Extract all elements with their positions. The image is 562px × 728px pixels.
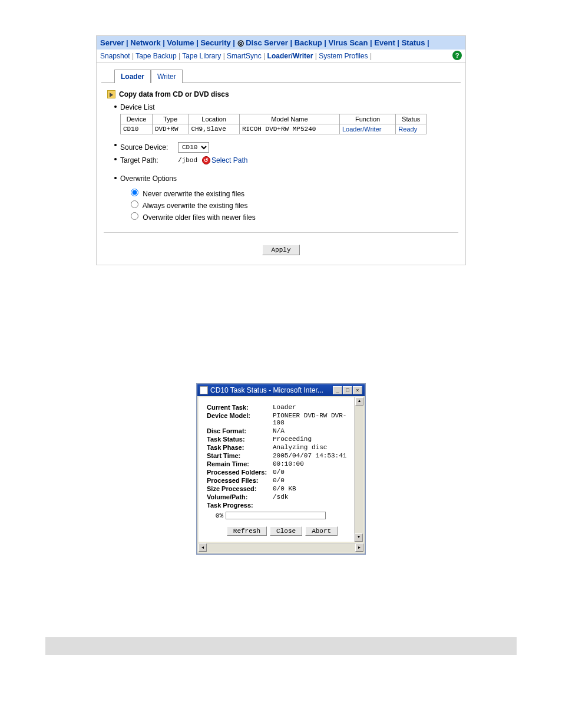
- lbl-disc-format: Disc Format:: [207, 427, 273, 434]
- source-device-select[interactable]: CD10: [178, 142, 209, 153]
- tab-loader[interactable]: Loader: [114, 70, 151, 83]
- window-title: CD10 Task Status - Microsoft Inter...: [210, 386, 330, 394]
- scroll-up-icon[interactable]: ▴: [355, 397, 363, 406]
- val-processed-folders: 0/0: [273, 469, 285, 476]
- abort-button[interactable]: Abort: [305, 526, 338, 536]
- ie-icon: [200, 386, 208, 394]
- status-body: ▴ ▾ Current Task:Loader Device Model:PIO…: [199, 397, 363, 542]
- divider: [104, 232, 458, 233]
- th-model: Model Name: [239, 114, 339, 124]
- radio-never-overwrite[interactable]: [131, 189, 138, 196]
- close-button[interactable]: ×: [353, 386, 362, 394]
- tabs: LoaderWriter: [114, 69, 465, 83]
- titlebar: CD10 Task Status - Microsoft Inter... _ …: [197, 384, 365, 396]
- nav-network[interactable]: Network: [130, 38, 160, 47]
- vertical-scrollbar[interactable]: ▴ ▾: [354, 397, 363, 542]
- tab-writer[interactable]: Writer: [151, 70, 183, 83]
- th-type: Type: [152, 114, 188, 124]
- cell-device: CD10: [121, 124, 153, 134]
- progress-bar: [226, 512, 326, 519]
- val-size-processed: 0/0 KB: [273, 485, 296, 492]
- val-volume-path: /sdk: [273, 493, 288, 500]
- radio-never-label: Never overwrite the existing files: [143, 190, 244, 198]
- subnav-loader-writer[interactable]: Loader/Writer: [267, 52, 313, 60]
- nav-disc-server[interactable]: Disc Server: [246, 38, 288, 47]
- lbl-size-processed: Size Processed:: [207, 485, 273, 492]
- nav-volume[interactable]: Volume: [167, 38, 194, 47]
- minimize-button[interactable]: _: [333, 386, 342, 394]
- val-remain-time: 00:10:00: [273, 460, 304, 467]
- nav-security[interactable]: Security: [200, 38, 230, 47]
- close-popup-button[interactable]: Close: [270, 526, 302, 536]
- footer-bar: [45, 637, 517, 655]
- disc-icon: ◎: [237, 38, 246, 47]
- cell-function-link[interactable]: Loader/Writer: [339, 124, 395, 134]
- refresh-button[interactable]: Refresh: [227, 526, 267, 536]
- radio-older-label: Overwrite older files with newer files: [143, 213, 255, 222]
- nav-server[interactable]: Server: [100, 38, 124, 47]
- lbl-task-progress: Task Progress:: [207, 502, 273, 509]
- lbl-processed-folders: Processed Folders:: [207, 469, 273, 476]
- lbl-current-task: Current Task:: [207, 404, 273, 411]
- th-location: Location: [189, 114, 240, 124]
- val-disc-format: N/A: [273, 427, 285, 434]
- device-table: Device Type Location Model Name Function…: [120, 114, 427, 134]
- content-area: Copy data from CD or DVD discs Device Li…: [101, 83, 461, 265]
- lbl-remain-time: Remain Time:: [207, 460, 273, 467]
- bullet-icon: [114, 177, 117, 179]
- sub-nav: Snapshot | Tape Backup | Tape Library | …: [97, 50, 465, 63]
- radio-always-overwrite[interactable]: [131, 200, 138, 208]
- target-path-label: Target Path:: [120, 156, 173, 164]
- subnav-system-profiles[interactable]: System Profiles: [319, 52, 368, 60]
- val-task-phase: Analyzing disc: [273, 444, 327, 451]
- horizontal-scrollbar[interactable]: ◂ ▸: [199, 543, 363, 552]
- cell-status-link[interactable]: Ready: [396, 124, 427, 134]
- subnav-tape-backup[interactable]: Tape Backup: [135, 52, 176, 60]
- nav-backup[interactable]: Backup: [295, 38, 322, 47]
- overwrite-options-label: Overwrite Options: [120, 174, 177, 183]
- val-processed-files: 0/0: [273, 477, 285, 484]
- task-status-popup: CD10 Task Status - Microsoft Inter... _ …: [196, 383, 366, 555]
- bullet-icon: [114, 106, 117, 108]
- bullet-icon: [114, 144, 117, 146]
- nav-status[interactable]: Status: [402, 38, 425, 47]
- cell-model: RICOH DVD+RW MP5240: [239, 124, 339, 134]
- subnav-tape-library[interactable]: Tape Library: [182, 52, 221, 60]
- subnav-snapshot[interactable]: Snapshot: [100, 52, 130, 60]
- radio-older-overwrite[interactable]: [131, 212, 138, 220]
- lbl-task-phase: Task Phase:: [207, 444, 273, 451]
- lbl-device-model: Device Model:: [207, 412, 273, 426]
- progress-percent: 0%: [207, 512, 223, 519]
- cell-type: DVD+RW: [152, 124, 188, 134]
- lbl-task-status: Task Status:: [207, 436, 273, 443]
- radio-always-label: Always overwrite the existing files: [143, 202, 248, 210]
- loader-writer-panel: Server | Network | Volume | Security | ◎…: [96, 35, 466, 265]
- scroll-right-icon[interactable]: ▸: [355, 543, 363, 552]
- th-function: Function: [339, 114, 395, 124]
- bullet-icon: [114, 158, 117, 160]
- val-current-task: Loader: [273, 404, 296, 411]
- subnav-smartsync[interactable]: SmartSync: [227, 52, 262, 60]
- lbl-start-time: Start Time:: [207, 452, 273, 459]
- apply-button[interactable]: Apply: [262, 245, 299, 255]
- val-task-status: Proceeding: [273, 436, 312, 443]
- top-nav: Server | Network | Volume | Security | ◎…: [97, 36, 465, 50]
- nav-virus-scan[interactable]: Virus Scan: [329, 38, 368, 47]
- scroll-left-icon[interactable]: ◂: [199, 543, 207, 552]
- lbl-processed-files: Processed Files:: [207, 477, 273, 484]
- source-device-label: Source Device:: [120, 143, 173, 151]
- select-path-link[interactable]: ↺ Select Path: [202, 156, 247, 164]
- help-icon[interactable]: ?: [452, 51, 462, 60]
- val-device-model: PIONEER DVD-RW DVR-108: [273, 412, 358, 426]
- section-title: Copy data from CD or DVD discs: [104, 88, 458, 102]
- lbl-volume-path: Volume/Path:: [207, 493, 273, 500]
- nav-event[interactable]: Event: [374, 38, 395, 47]
- arrow-icon: [107, 90, 115, 98]
- th-status: Status: [396, 114, 427, 124]
- cell-location: CH9,Slave: [189, 124, 240, 134]
- scroll-down-icon[interactable]: ▾: [355, 533, 363, 542]
- target-path-value: /jbod: [178, 157, 197, 164]
- maximize-button[interactable]: □: [343, 386, 352, 394]
- table-row: CD10 DVD+RW CH9,Slave RICOH DVD+RW MP524…: [121, 124, 427, 134]
- select-path-icon: ↺: [202, 156, 210, 164]
